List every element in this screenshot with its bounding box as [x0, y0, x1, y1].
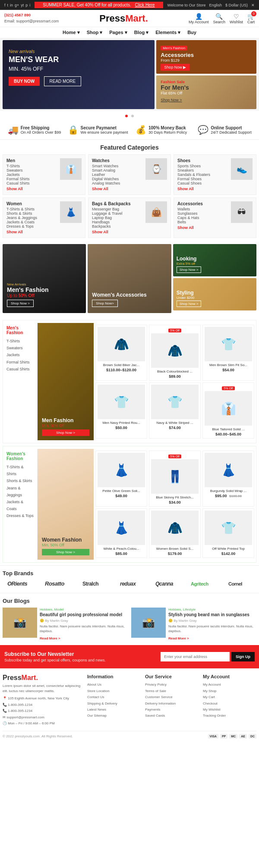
womens-banner-btn[interactable]: Shop Now > [42, 549, 89, 555]
brand-agritech[interactable]: Agritech [191, 580, 217, 589]
phone-number[interactable]: (321) 4567 890 [4, 13, 59, 19]
dot-2[interactable] [131, 115, 134, 117]
hero-card-accessories: Men's Fashion Accessories From $129 Shop… [156, 40, 256, 74]
promo-looking: Looking Extra 5% off Shop Now > [173, 244, 256, 276]
mens-fashion-sidebar: Men's Fashion T-Shirts Sweaters Jackets … [3, 323, 38, 440]
womens-fashion-main: Women Fashion Min. 50% Off Shop Now > 👗 … [38, 449, 256, 560]
womens-sidebar-title: Women's Fashion [6, 451, 34, 461]
blog-meta-1: 🙂 By Martin Gray [40, 619, 128, 623]
womens-product-name-6: Off White Printed Top [205, 547, 252, 551]
promo3-btn[interactable]: Shop Now > [177, 266, 202, 273]
womens-product-name-1: Petite Olive Green Soli... [98, 489, 145, 493]
womens-product-name-4: White & Peach-Colou... [98, 547, 145, 551]
newsletter-form: Sign Up [161, 652, 255, 661]
hero-card1-title: Accessories [161, 52, 252, 58]
nav-pages[interactable]: Pages ▾ [109, 30, 127, 35]
feature-support-desc: 24/7 Dedicated Support [211, 130, 252, 135]
brand-cornel[interactable]: Cornel [228, 580, 252, 589]
dot-1[interactable] [125, 115, 128, 117]
cat-women: 👗 Women T-Shirts & Shirts Shorts & Skirt… [3, 197, 85, 238]
sale-badge-2: 5% Off [222, 386, 234, 390]
promo4-extra: Under $200 [177, 296, 253, 300]
product-price-4: $50.00 [98, 426, 145, 430]
cat-women-show-all[interactable]: Show All [6, 230, 82, 234]
categories-grid: 👔 Men T-Shirts Sweaters Jackets Formal S… [0, 154, 259, 242]
footer-phone1[interactable]: 📞 1-800-395-1234 [3, 702, 83, 708]
hero-read-more-btn[interactable]: READ MORE [44, 76, 82, 86]
nav-elements[interactable]: Elements ▾ [155, 30, 180, 35]
womens-banner-sub: Min. 50% Off [42, 543, 89, 547]
nav-blog[interactable]: Blog ▾ [134, 30, 149, 35]
cat-men: 👔 Men T-Shirts Sweaters Jackets Formal S… [3, 154, 85, 195]
blog-title-2: Stylish young beard man in sunglasses [168, 612, 256, 617]
newsletter-signup-btn[interactable]: Sign Up [231, 652, 255, 661]
cart-icon[interactable]: 🛒 0 Cart [247, 13, 255, 24]
cat-accessories-show-all[interactable]: Show All [177, 226, 253, 230]
cat-men-show-all[interactable]: Show All [6, 187, 82, 191]
language-selector[interactable]: English [209, 3, 222, 7]
brands-section: Top Brands ORients Rosatto Stralch redua… [0, 565, 259, 593]
blog-read-more-2[interactable]: Read More > [168, 636, 189, 640]
footer-about-text: Lorem ipsum dolor sit amet, consectetur … [3, 683, 83, 694]
close-icon[interactable]: ✕ [251, 3, 255, 7]
brand-reduax[interactable]: reduax [120, 580, 144, 589]
promo1-btn[interactable]: Shop Now > [7, 300, 34, 307]
mens-banner-btn[interactable]: Shop Now > [42, 429, 89, 436]
hero-card2-sub: Flat 65% Off [161, 91, 252, 95]
welcome-text: Welcome to Our Store [167, 3, 206, 7]
product-blue-skinny: 5% Off 👖 Blue Skinny Fit Stretch... $34.… [149, 451, 201, 507]
promo-styling: Styling Under $200 Shop Now > [173, 278, 256, 310]
twitter-icon[interactable]: t [7, 3, 9, 7]
footer-phone2[interactable]: 📞 1-800-395-1234 [3, 708, 83, 714]
search-icon[interactable]: 🔍 Search [213, 13, 225, 24]
blog-tag-1: Hobbies, Model [40, 608, 128, 611]
cart-badge: 0 [251, 11, 256, 16]
womens-sale-badge-1: 5% Off [168, 454, 181, 458]
hero-buy-btn[interactable]: BUY NOW [9, 77, 40, 86]
instagram-icon[interactable]: i [29, 3, 30, 7]
womens-fashion-section: Women's Fashion T-Shirts & Shirts Shorts… [3, 446, 256, 563]
feature-money-back-title: 100% Money Back [148, 125, 187, 130]
wishlist-icon[interactable]: ♡ Wishlist [230, 13, 243, 24]
footer-info-title: Information [87, 674, 141, 679]
brand-orients[interactable]: ORients [7, 580, 33, 589]
logo[interactable]: PressMart. [99, 13, 148, 24]
promo4-btn[interactable]: Shop Now > [177, 301, 202, 307]
footer-email[interactable]: ✉ support@pressmart.com [3, 714, 83, 721]
hero-tag: New arrivals [9, 49, 148, 54]
product-navy-printed: 👕 Men Navy Printed Rou... $50.00 [95, 382, 147, 439]
feature-support: 💬 Online Support 24/7 Dedicated Support [193, 125, 256, 135]
promo2-btn[interactable]: Shop Now> [92, 300, 118, 307]
linkedin-icon[interactable]: in [10, 3, 13, 7]
nav-shop[interactable]: Shop ▾ [87, 30, 103, 35]
brand-qcanna[interactable]: Qcanna [155, 580, 179, 589]
product-name-6: Blue Tailored Solid ... [205, 427, 252, 431]
amex-icon: AE [239, 734, 247, 739]
brand-rosatta[interactable]: Rosatto [45, 580, 71, 589]
currency-selector[interactable]: $ Dollar (US) [225, 3, 248, 7]
footer-logo[interactable]: PressMart. [3, 674, 83, 682]
hero-card2-btn[interactable]: Shop Now > [161, 98, 182, 102]
blog-content-2: Hobbies, Lifestyle Stylish young beard m… [168, 608, 256, 641]
main-nav: Home ▾ Shop ▾ Pages ▾ Blog ▾ Elements ▾ … [0, 27, 259, 38]
product-off-white-top: 👕 Off White Printed Top $142.00 [202, 508, 254, 558]
brand-stralch[interactable]: Stralch [82, 580, 108, 589]
hero-card1-btn[interactable]: Shop Now ▶ [161, 64, 190, 71]
cat-shoes-show-all[interactable]: Show All [177, 187, 253, 191]
promo-link[interactable]: Click Here [135, 3, 155, 7]
cat-watches-show-all[interactable]: Show All [92, 187, 167, 191]
cat-bags-show-all[interactable]: Show All [92, 230, 167, 234]
account-icon[interactable]: 👤 My Account [189, 13, 209, 24]
promo-right-col: Looking Extra 5% off Shop Now > Styling … [173, 244, 256, 313]
nav-buy[interactable]: Buy [187, 30, 196, 35]
shipping-icon: 🚚 [8, 125, 19, 135]
google-icon[interactable]: g+ [15, 3, 19, 7]
nav-home[interactable]: Home ▾ [63, 30, 80, 35]
pinterest-icon[interactable]: p [25, 3, 28, 7]
money-back-icon: 💰 [136, 125, 146, 135]
product-price-1: $110.00–$120.00 [98, 368, 145, 372]
newsletter-input[interactable] [161, 652, 230, 661]
facebook-icon[interactable]: f [4, 3, 6, 7]
youtube-icon[interactable]: yt [21, 3, 24, 7]
blog-read-more-1[interactable]: Read More > [40, 636, 60, 640]
